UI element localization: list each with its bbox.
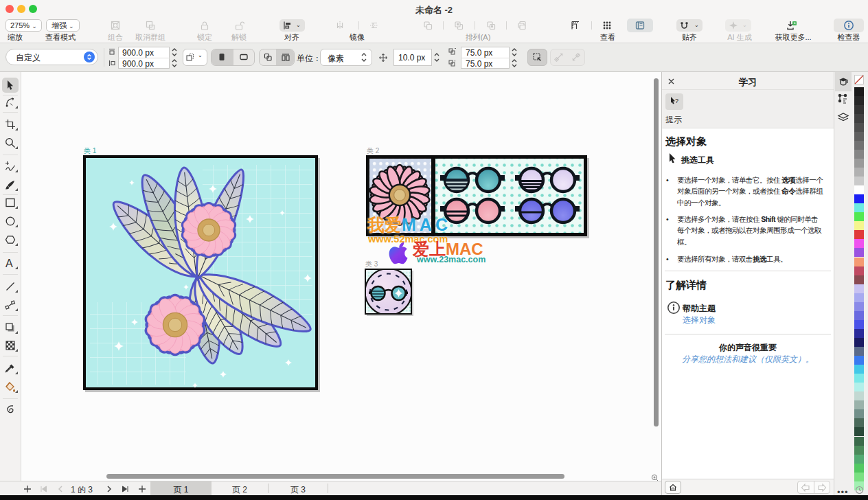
svg-text:?: ? [675, 98, 678, 104]
